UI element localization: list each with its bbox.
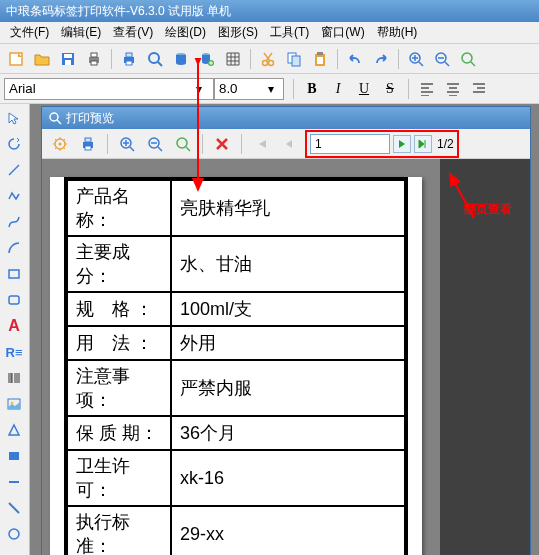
dropdown-icon[interactable]: ▾ (268, 82, 274, 96)
save-icon[interactable] (56, 47, 80, 71)
window-title-bar: 中琅条码标签打印软件-V6.3.0 试用版 单机 (0, 0, 539, 22)
svg-rect-27 (9, 270, 19, 278)
pointer-tool-icon[interactable] (2, 106, 26, 130)
menu-view[interactable]: 查看(V) (107, 24, 159, 41)
svg-rect-6 (91, 61, 97, 65)
preview-prev-icon[interactable] (277, 132, 301, 156)
main-toolbar (0, 44, 539, 74)
ellipse-tool-icon[interactable] (2, 522, 26, 546)
diagonal-tool-icon[interactable] (2, 496, 26, 520)
svg-line-26 (9, 165, 19, 175)
rotate-tool-icon[interactable] (2, 132, 26, 156)
barcode-tool-icon[interactable] (2, 366, 26, 390)
db-add-icon[interactable] (195, 47, 219, 71)
preview-zoomout-icon[interactable] (143, 132, 167, 156)
label-key: 主要成分： (67, 236, 171, 292)
cut-icon[interactable] (256, 47, 280, 71)
bold-button[interactable]: B (301, 78, 323, 100)
svg-line-33 (9, 503, 19, 513)
line2-tool-icon[interactable] (2, 470, 26, 494)
database-icon[interactable] (169, 47, 193, 71)
image-tool-icon[interactable] (2, 392, 26, 416)
zoom-in-icon[interactable] (404, 47, 428, 71)
table-row: 用 法 ：外用 (67, 326, 405, 360)
svg-rect-21 (317, 57, 323, 64)
arc-tool-icon[interactable] (2, 236, 26, 260)
triangle-tool-icon[interactable] (2, 418, 26, 442)
font-name-select[interactable] (4, 78, 214, 100)
strike-button[interactable]: S (379, 78, 401, 100)
print-icon[interactable] (82, 47, 106, 71)
label-value: 严禁内服 (171, 360, 405, 416)
menu-shape[interactable]: 图形(S) (212, 24, 264, 41)
svg-rect-18 (292, 56, 300, 66)
curve-tool-icon[interactable] (2, 210, 26, 234)
zoom-fit-icon[interactable] (456, 47, 480, 71)
new-icon[interactable] (4, 47, 28, 71)
preview-icon[interactable] (143, 47, 167, 71)
label-value: 外用 (171, 326, 405, 360)
menu-bar: 文件(F) 编辑(E) 查看(V) 绘图(D) 图形(S) 工具(T) 窗口(W… (0, 22, 539, 44)
preview-settings-icon[interactable] (48, 132, 72, 156)
svg-point-24 (462, 53, 472, 63)
tool-palette: A R≡ (0, 104, 30, 555)
underline-button[interactable]: U (353, 78, 375, 100)
redo-icon[interactable] (369, 47, 393, 71)
menu-file[interactable]: 文件(F) (4, 24, 55, 41)
label-value: 亮肤精华乳 (171, 180, 405, 236)
svg-point-34 (9, 529, 19, 539)
undo-icon[interactable] (343, 47, 367, 71)
open-icon[interactable] (30, 47, 54, 71)
rect-tool-icon[interactable] (2, 262, 26, 286)
preview-zoomin-icon[interactable] (115, 132, 139, 156)
svg-rect-31 (9, 452, 19, 460)
page-total-label: 1/2 (437, 137, 454, 151)
svg-point-44 (177, 138, 187, 148)
menu-edit[interactable]: 编辑(E) (55, 24, 107, 41)
svg-rect-2 (64, 54, 72, 58)
dropdown-icon[interactable]: ▾ (196, 82, 202, 96)
align-left-icon[interactable] (416, 78, 438, 100)
preview-zoomfit-icon[interactable] (171, 132, 195, 156)
svg-rect-5 (91, 53, 97, 57)
richtext-tool-icon[interactable]: R≡ (2, 340, 26, 364)
polyline-tool-icon[interactable] (2, 184, 26, 208)
svg-point-38 (59, 142, 62, 145)
italic-button[interactable]: I (327, 78, 349, 100)
copy-icon[interactable] (282, 47, 306, 71)
menu-tool[interactable]: 工具(T) (264, 24, 315, 41)
fillrect-tool-icon[interactable] (2, 444, 26, 468)
table-row: 注意事项：严禁内服 (67, 360, 405, 416)
separator (241, 134, 242, 154)
svg-rect-28 (9, 296, 19, 304)
zoom-out-icon[interactable] (430, 47, 454, 71)
line-tool-icon[interactable] (2, 158, 26, 182)
paste-icon[interactable] (308, 47, 332, 71)
roundrect-tool-icon[interactable] (2, 288, 26, 312)
svg-rect-9 (126, 61, 132, 65)
menu-draw[interactable]: 绘图(D) (159, 24, 212, 41)
preview-close-icon[interactable] (210, 132, 234, 156)
last-page-button[interactable] (414, 135, 432, 153)
grid-icon[interactable] (221, 47, 245, 71)
separator (107, 134, 108, 154)
preview-first-icon[interactable] (249, 132, 273, 156)
separator (398, 49, 399, 69)
align-center-icon[interactable] (442, 78, 464, 100)
label-value: 36个月 (171, 416, 405, 450)
svg-rect-0 (10, 53, 22, 65)
menu-window[interactable]: 窗口(W) (315, 24, 370, 41)
preview-print-icon[interactable] (76, 132, 100, 156)
preview-title-bar: 打印预览 (42, 107, 530, 129)
next-page-button[interactable] (393, 135, 411, 153)
separator (337, 49, 338, 69)
print-blue-icon[interactable] (117, 47, 141, 71)
align-right-icon[interactable] (468, 78, 490, 100)
table-row: 主要成分：水、甘油 (67, 236, 405, 292)
label-key: 规 格 ： (67, 292, 171, 326)
label-value: 29-xx (171, 506, 405, 555)
text-tool-icon[interactable]: A (2, 314, 26, 338)
menu-help[interactable]: 帮助(H) (371, 24, 424, 41)
svg-line-11 (158, 62, 162, 66)
page-number-input[interactable] (310, 134, 390, 154)
